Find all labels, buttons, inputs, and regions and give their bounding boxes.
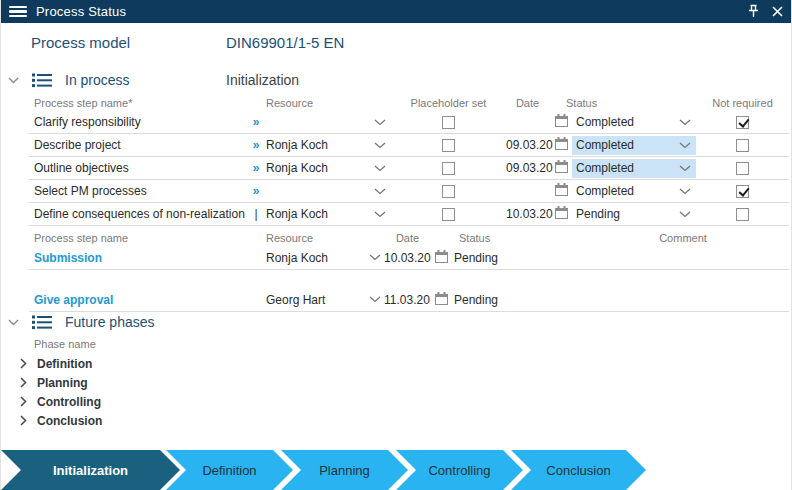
placeholder-checkbox[interactable] <box>442 162 455 175</box>
col-header-not-required: Not required <box>696 97 789 109</box>
tree-item-definition[interactable]: Definition <box>1 354 792 373</box>
col-header-date: Date <box>506 97 549 109</box>
calendar-icon[interactable] <box>555 206 568 222</box>
not-required-checkbox[interactable] <box>736 139 749 152</box>
menu-icon[interactable] <box>9 6 27 18</box>
tree-item-planning[interactable]: Planning <box>1 373 792 392</box>
table-row: Give approval Georg Hart 11.03.20 Pendin… <box>29 288 789 312</box>
resource-value[interactable]: Ronja Koch <box>263 207 369 221</box>
col-header-step-name: Process step name <box>29 232 263 244</box>
calendar-icon[interactable] <box>435 292 448 308</box>
placeholder-checkbox[interactable] <box>442 116 455 129</box>
chevron-down-icon <box>679 161 691 175</box>
future-phases-tree: Definition Planning Controlling Conclusi… <box>1 354 792 430</box>
jump-icon[interactable]: » <box>253 115 260 129</box>
phase-name: Planning <box>37 376 88 390</box>
col-header-placeholder: Placeholder set <box>391 97 506 109</box>
phase-name: Definition <box>37 357 92 371</box>
pin-icon[interactable] <box>747 4 760 19</box>
tree-item-conclusion[interactable]: Conclusion <box>1 411 792 430</box>
resource-dropdown-icon[interactable] <box>369 188 391 195</box>
placeholder-checkbox[interactable] <box>442 139 455 152</box>
col-header-step-name: Process step name* <box>29 97 249 109</box>
resource-dropdown-icon[interactable] <box>369 211 391 218</box>
process-model-label: Process model <box>31 34 130 51</box>
placeholder-checkbox[interactable] <box>442 208 455 221</box>
status-dropdown[interactable]: Completed <box>572 182 696 201</box>
resource-dropdown-icon[interactable] <box>369 119 391 126</box>
step-name: Define consequences of non-realization <box>29 207 249 221</box>
date-value[interactable]: 11.03.20 <box>384 293 431 307</box>
close-icon[interactable] <box>772 6 783 17</box>
jump-icon[interactable]: » <box>253 138 260 152</box>
date-value[interactable]: 09.03.20 <box>506 161 549 175</box>
step-name: Outline objectives <box>29 161 249 175</box>
cursor-bar-icon[interactable]: | <box>254 207 257 221</box>
status-dropdown[interactable]: Completed <box>572 159 696 178</box>
calendar-icon[interactable] <box>555 114 568 130</box>
status-value: Completed <box>576 115 679 129</box>
collapse-chevron-icon[interactable] <box>8 319 19 326</box>
collapse-chevron-icon[interactable] <box>8 77 19 84</box>
resource-value[interactable]: Ronja Koch <box>263 138 369 152</box>
calendar-icon[interactable] <box>555 183 568 199</box>
status-value: Completed <box>576 161 679 175</box>
future-phases-section-header: Future phases <box>1 312 792 332</box>
resource-value[interactable]: Georg Hart <box>263 293 366 307</box>
not-required-checkbox[interactable] <box>736 185 749 198</box>
chevron-down-icon <box>679 115 691 129</box>
process-status-panel: Process Status Process model DIN69901/1-… <box>0 0 792 490</box>
not-required-checkbox[interactable] <box>736 208 749 221</box>
status-dropdown[interactable]: Completed <box>572 136 696 155</box>
in-process-section-header: In process Initialization <box>1 70 792 90</box>
status-dropdown[interactable]: Completed <box>572 113 696 132</box>
jump-icon[interactable]: » <box>253 161 260 175</box>
col-header-date: Date <box>384 232 431 244</box>
resource-dropdown-icon[interactable] <box>366 296 384 303</box>
date-value[interactable]: 10.03.20 <box>506 207 549 221</box>
resource-value[interactable]: Ronja Koch <box>263 251 366 265</box>
jump-icon[interactable]: » <box>253 184 260 198</box>
in-process-title: In process <box>65 72 130 88</box>
resource-dropdown-icon[interactable] <box>369 142 391 149</box>
phase-arrow-conclusion[interactable]: Conclusion <box>511 450 646 490</box>
phase-arrow-initialization[interactable]: Initialization <box>1 450 180 490</box>
calendar-icon[interactable] <box>555 160 568 176</box>
status-value: Pending <box>576 207 679 221</box>
calendar-icon[interactable] <box>555 137 568 153</box>
not-required-checkbox[interactable] <box>736 162 749 175</box>
not-required-checkbox[interactable] <box>736 116 749 129</box>
col-header-status: Status <box>431 232 577 244</box>
expand-chevron-icon[interactable] <box>20 396 34 407</box>
comment-area[interactable] <box>29 270 789 288</box>
expand-chevron-icon[interactable] <box>20 415 34 426</box>
phase-arrow-planning[interactable]: Planning <box>281 450 408 490</box>
status-value: Completed <box>576 138 679 152</box>
table-row: Outline objectives » Ronja Koch 09.03.20… <box>29 157 789 180</box>
placeholder-checkbox[interactable] <box>442 185 455 198</box>
expand-chevron-icon[interactable] <box>20 377 34 388</box>
col-header-comment: Comment <box>577 232 789 244</box>
step-link[interactable]: Submission <box>29 251 263 265</box>
col-header-phase-name: Phase name <box>34 338 96 350</box>
phase-arrow-controlling[interactable]: Controlling <box>396 450 523 490</box>
phase-arrow-definition[interactable]: Definition <box>166 450 293 490</box>
window-title: Process Status <box>36 4 126 19</box>
resource-value[interactable]: Ronja Koch <box>263 161 369 175</box>
status-dropdown[interactable]: Pending <box>572 205 696 224</box>
calendar-icon[interactable] <box>435 250 448 266</box>
step-link[interactable]: Give approval <box>29 293 263 307</box>
resource-dropdown-icon[interactable] <box>369 165 391 172</box>
date-value[interactable]: 09.03.20 <box>506 138 549 152</box>
tree-item-controlling[interactable]: Controlling <box>1 392 792 411</box>
date-value[interactable]: 10.03.20 <box>384 251 431 265</box>
table-row: Select PM processes » Completed <box>29 180 789 203</box>
phase-arrow-label: Planning <box>319 463 370 478</box>
step-name: Describe project <box>29 138 249 152</box>
phase-arrow-label: Initialization <box>53 463 128 478</box>
chevron-down-icon <box>679 207 691 221</box>
table-row: Describe project » Ronja Koch 09.03.20 C… <box>29 134 789 157</box>
resource-dropdown-icon[interactable] <box>366 254 384 261</box>
expand-chevron-icon[interactable] <box>20 358 34 369</box>
title-bar: Process Status <box>1 0 792 23</box>
